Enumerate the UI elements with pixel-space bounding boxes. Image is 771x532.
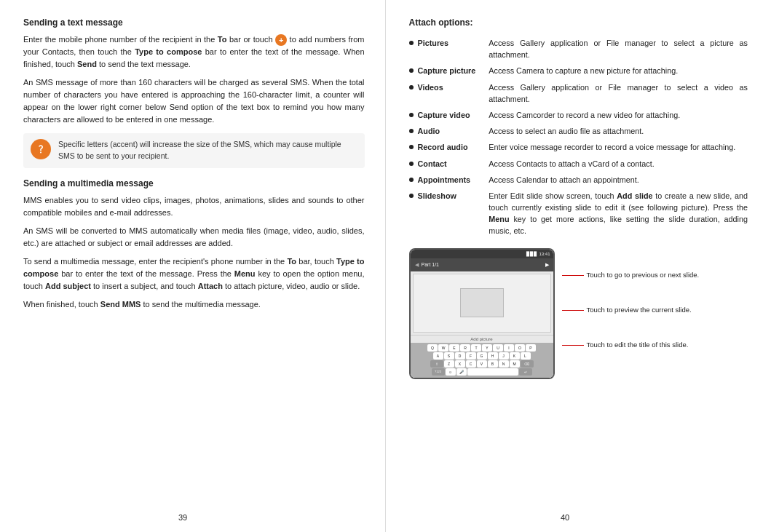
page-container: Sending a text message Enter the mobile … <box>0 0 771 532</box>
kb-key-j: J <box>499 352 509 360</box>
kb-key-b: B <box>488 360 498 368</box>
callout-line-1: Touch to go to previous or next slide. <box>562 271 700 279</box>
kb-key-u: U <box>493 344 503 352</box>
kb-key-enter: ↵ <box>519 368 532 376</box>
kb-key-del: ⌫ <box>521 360 534 368</box>
bullet-dot <box>409 68 414 73</box>
attach-label-capture-video: Capture video <box>418 109 470 121</box>
kb-key-sym: ?123 <box>432 368 445 376</box>
phone-callout-area: ▉▉▉ 13:41 ◀ Part 1/1 ▶ Add p <box>409 248 751 379</box>
kb-key-t: T <box>471 344 481 352</box>
left-p6: When finished, touch Send MMS to send th… <box>23 298 365 311</box>
bullet-dot <box>409 145 414 149</box>
bullet-dot <box>409 85 414 90</box>
attach-row-capture-picture: Capture picture Access Camera to capture… <box>409 63 751 79</box>
callout-line-3: Touch to edit the title of this slide. <box>562 341 700 349</box>
bullet-dot <box>409 162 414 166</box>
note-icon <box>31 139 51 159</box>
kb-key-o: O <box>515 344 525 352</box>
attach-label-slideshow: Slideshow <box>418 190 456 202</box>
phone-keyboard: Q W E R T Y U I O P A <box>411 343 553 378</box>
left-p3: MMS enables you to send video clips, ima… <box>23 194 365 219</box>
attach-label-audio: Audio <box>418 125 440 137</box>
phone-slide-inner <box>460 288 504 317</box>
bullet-dot <box>409 194 414 198</box>
attach-desc-record-audio: Enter voice message recorder to record a… <box>486 139 751 155</box>
bullet-dot <box>409 113 414 117</box>
attach-row-record-audio: Record audio Enter voice message recorde… <box>409 139 751 155</box>
left-p2: An SMS message of more than 160 characte… <box>23 76 365 126</box>
left-page-num: 39 <box>178 513 187 522</box>
kb-key-p: P <box>526 344 536 352</box>
callout-dash-2 <box>562 310 584 311</box>
callout-text-3: Touch to edit the title of this slide. <box>587 341 689 349</box>
attach-label-pictures: Pictures <box>418 37 449 49</box>
attach-label-videos: Videos <box>418 82 443 93</box>
phone-topbar: ◀ Part 1/1 ▶ <box>411 258 553 271</box>
left-p5: To send a multimedia message, enter the … <box>23 255 365 293</box>
attach-options-table: Pictures Access Gallery application or F… <box>409 35 751 239</box>
bullet-dot <box>409 129 414 133</box>
bullet-dot <box>409 178 414 182</box>
phone-slide-content <box>413 274 551 333</box>
kb-key-mic: 🎤 <box>456 368 467 376</box>
left-title2: Sending a multimedia message <box>23 178 365 188</box>
callout-labels: Touch to go to previous or next slide. T… <box>562 248 700 379</box>
kb-key-f: F <box>466 352 476 360</box>
attach-label-appointments: Appointments <box>418 174 471 186</box>
kb-key-l: L <box>521 352 531 360</box>
attach-title: Attach options: <box>409 17 751 28</box>
attach-desc-capture-video: Access Camcorder to record a new video f… <box>486 107 751 123</box>
svg-point-1 <box>40 152 41 154</box>
kb-key-r: R <box>460 344 470 352</box>
kb-key-y: Y <box>482 344 492 352</box>
left-p1: Enter the mobile phone number of the rec… <box>23 33 365 71</box>
left-title1: Sending a text message <box>23 17 365 28</box>
attach-label-capture-picture: Capture picture <box>418 65 476 76</box>
kb-key-q: Q <box>427 344 438 352</box>
kb-key-x: X <box>455 360 465 368</box>
phone-mockup: ▉▉▉ 13:41 ◀ Part 1/1 ▶ Add p <box>409 248 555 379</box>
kb-key-h: H <box>488 352 498 360</box>
attach-row-pictures: Pictures Access Gallery application or F… <box>409 35 751 63</box>
kb-key-a: A <box>433 352 443 360</box>
attach-desc-audio: Access to select an audio file as attach… <box>486 123 751 139</box>
attach-desc-videos: Access Gallery application or File manag… <box>486 79 751 107</box>
kb-key-shift: ⇧ <box>430 360 443 368</box>
callout-line-2: Touch to preview the current slide. <box>562 306 700 314</box>
phone-statusbar: ▉▉▉ 13:41 <box>411 250 553 258</box>
callout-text-2: Touch to preview the current slide. <box>587 306 692 314</box>
kb-key-s: S <box>444 352 454 360</box>
kb-key-m: M <box>510 360 520 368</box>
right-column: Attach options: Pictures Access Gallery … <box>386 0 772 532</box>
bullet-dot <box>409 41 414 45</box>
kb-key-g: G <box>477 352 487 360</box>
phone-addpicture-bar: Add picture <box>411 335 553 343</box>
kb-key-z: Z <box>444 360 454 368</box>
attach-row-audio: Audio Access to select an audio file as … <box>409 123 751 139</box>
kb-key-n: N <box>499 360 509 368</box>
kb-key-k: K <box>510 352 520 360</box>
kb-key-d: D <box>455 352 465 360</box>
attach-label-record-audio: Record audio <box>418 141 468 153</box>
note-text: Specific letters (accent) will increase … <box>58 139 357 162</box>
kb-key-space <box>467 368 518 376</box>
callout-dash-1 <box>562 275 584 276</box>
left-column: Sending a text message Enter the mobile … <box>0 0 386 532</box>
attach-row-appointments: Appointments Access Calendar to attach a… <box>409 172 751 188</box>
note-box: Specific letters (accent) will increase … <box>23 133 365 168</box>
callout-dash-3 <box>562 345 584 346</box>
kb-key-w: W <box>438 344 448 352</box>
attach-label-contact: Contact <box>418 158 447 170</box>
left-p4: An SMS will be converted to MMS automati… <box>23 225 365 250</box>
kb-key-c: C <box>466 360 476 368</box>
attach-row-slideshow: Slideshow Enter Edit slide show screen, … <box>409 188 751 239</box>
attach-desc-contact: Access Contacts to attach a vCard of a c… <box>486 156 751 172</box>
attach-desc-capture-picture: Access Camera to capture a new picture f… <box>486 63 751 79</box>
attach-row-videos: Videos Access Gallery application or Fil… <box>409 79 751 107</box>
kb-key-i: I <box>504 344 514 352</box>
attach-desc-slideshow: Enter Edit slide show screen, touch Add … <box>486 188 751 239</box>
attach-row-contact: Contact Access Contacts to attach a vCar… <box>409 156 751 172</box>
attach-row-capture-video: Capture video Access Camcorder to record… <box>409 107 751 123</box>
kb-key-emoji: ☺ <box>446 368 456 376</box>
